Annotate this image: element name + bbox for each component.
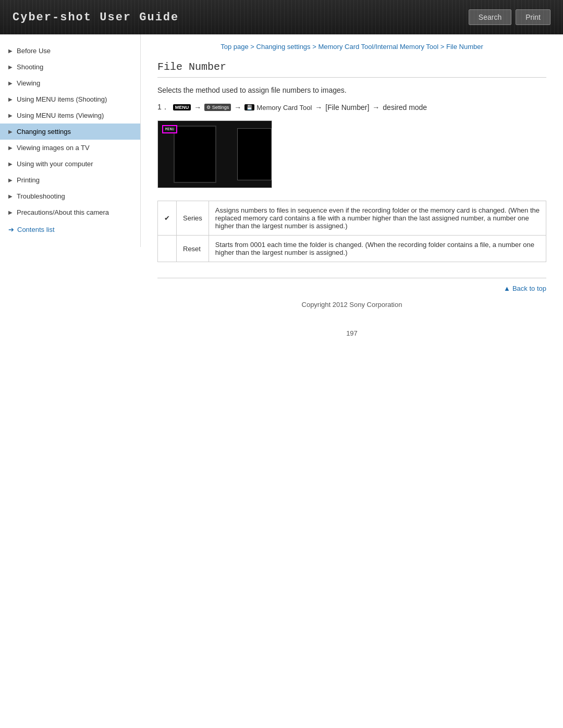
chevron-right-icon: ▶ [8, 193, 13, 199]
sidebar-item-label: Printing [17, 176, 40, 184]
camera-image: MENU [157, 120, 272, 188]
breadcrumb-top[interactable]: Top page [221, 43, 249, 51]
sidebar-item-label: Troubleshooting [17, 192, 65, 200]
chevron-right-icon: ▶ [8, 80, 13, 86]
sidebar-item-before-use[interactable]: ▶ Before Use [0, 43, 140, 59]
sidebar-item-label: Changing settings [17, 128, 71, 135]
chevron-right-icon: ▶ [8, 145, 13, 151]
page-title: File Number [157, 61, 546, 78]
sidebar-item-label: Before Use [17, 47, 51, 55]
settings-icon: ⚙ Settings [204, 104, 231, 111]
file-number-table: ✔ Series Assigns numbers to files in seq… [157, 201, 546, 262]
breadcrumb-file-number[interactable]: File Number [446, 43, 483, 51]
breadcrumb-sep-1: > [250, 43, 256, 51]
step-instruction: 1． MENU → ⚙ Settings → 💾 Memory Card Too… [157, 103, 546, 112]
reset-check-cell [158, 236, 177, 262]
app-title: Cyber-shot User Guide [13, 11, 179, 24]
arrow-icon-3: → [315, 103, 322, 112]
footer-area: ▲ Back to top [157, 278, 546, 292]
chevron-right-icon: ▶ [8, 64, 13, 70]
chevron-right-icon: ▶ [8, 161, 13, 167]
sidebar-item-label: Precautions/About this camera [17, 208, 109, 216]
file-number-label: [File Number] [325, 103, 369, 112]
breadcrumb-memory-card[interactable]: Memory Card Tool/Internal Memory Tool [318, 43, 438, 51]
chevron-right-icon: ▶ [8, 177, 13, 183]
breadcrumb-changing-settings[interactable]: Changing settings [256, 43, 311, 51]
camera-screen [237, 128, 272, 180]
table-row-reset: Reset Starts from 0001 each time the fol… [158, 236, 546, 262]
camera-body-left [174, 126, 216, 183]
sidebar-item-label: Viewing [17, 79, 40, 87]
header: Cyber-shot User Guide Search Print [0, 0, 563, 34]
page-number: 197 [157, 329, 546, 337]
search-button[interactable]: Search [469, 9, 511, 25]
arrow-right-icon: ➔ [8, 226, 14, 233]
reset-label-cell: Reset [177, 236, 209, 262]
breadcrumb-sep-2: > [312, 43, 318, 51]
sidebar-item-label: Using with your computer [17, 160, 93, 168]
sidebar-item-precautions[interactable]: ▶ Precautions/About this camera [0, 204, 140, 220]
sidebar-item-menu-viewing[interactable]: ▶ Using MENU items (Viewing) [0, 107, 140, 124]
sidebar-item-troubleshooting[interactable]: ▶ Troubleshooting [0, 188, 140, 204]
breadcrumb-sep-3: > [440, 43, 446, 51]
sidebar-item-changing-settings[interactable]: ▶ Changing settings [0, 124, 140, 140]
main-layout: ▶ Before Use ▶ Shooting ▶ Viewing ▶ Usin… [0, 34, 563, 346]
chevron-right-icon: ▶ [8, 96, 13, 102]
memory-card-label: Memory Card Tool [256, 104, 312, 112]
chevron-right-icon: ▶ [8, 129, 13, 134]
sidebar: ▶ Before Use ▶ Shooting ▶ Viewing ▶ Usin… [0, 34, 141, 247]
sidebar-item-label: Using MENU items (Shooting) [17, 95, 107, 103]
table-row-series: ✔ Series Assigns numbers to files in seq… [158, 201, 546, 236]
menu-icon: MENU [173, 104, 191, 110]
reset-description-cell: Starts from 0001 each time the folder is… [209, 236, 546, 262]
series-description-cell: Assigns numbers to files in sequence eve… [209, 201, 546, 236]
header-buttons: Search Print [469, 9, 550, 25]
print-button[interactable]: Print [516, 9, 550, 25]
camera-menu-button: MENU [162, 125, 177, 133]
breadcrumb: Top page > Changing settings > Memory Ca… [157, 43, 546, 51]
sidebar-item-printing[interactable]: ▶ Printing [0, 172, 140, 188]
sidebar-item-using-computer[interactable]: ▶ Using with your computer [0, 156, 140, 172]
chevron-right-icon: ▶ [8, 48, 13, 54]
sidebar-item-label: Using MENU items (Viewing) [17, 112, 104, 119]
back-to-top-link[interactable]: ▲ Back to top [504, 285, 546, 292]
sidebar-item-viewing[interactable]: ▶ Viewing [0, 75, 140, 91]
contents-list-link[interactable]: ➔ Contents list [0, 220, 140, 239]
series-label-cell: Series [177, 201, 209, 236]
series-check-cell: ✔ [158, 201, 177, 236]
arrow-icon-2: → [234, 103, 241, 112]
arrow-icon-4: → [372, 103, 380, 112]
memory-card-icon: 💾 [244, 104, 254, 110]
sidebar-item-shooting[interactable]: ▶ Shooting [0, 59, 140, 75]
contents-list-label: Contents list [17, 226, 55, 233]
chevron-right-icon: ▶ [8, 113, 13, 118]
sidebar-item-label: Shooting [17, 63, 43, 71]
sidebar-item-menu-shooting[interactable]: ▶ Using MENU items (Shooting) [0, 91, 140, 107]
triangle-up-icon: ▲ [504, 285, 510, 292]
main-content: Top page > Changing settings > Memory Ca… [141, 34, 563, 346]
desired-mode-label: desired mode [383, 103, 427, 112]
sidebar-item-label: Viewing images on a TV [17, 144, 90, 152]
copyright-text: Copyright 2012 Sony Corporation [157, 301, 546, 319]
arrow-icon-1: → [194, 103, 201, 112]
description-text: Selects the method used to assign file n… [157, 86, 546, 94]
chevron-right-icon: ▶ [8, 209, 13, 215]
sidebar-item-viewing-tv[interactable]: ▶ Viewing images on a TV [0, 140, 140, 156]
step-number: 1． [157, 103, 169, 112]
back-to-top-label: Back to top [512, 285, 546, 292]
